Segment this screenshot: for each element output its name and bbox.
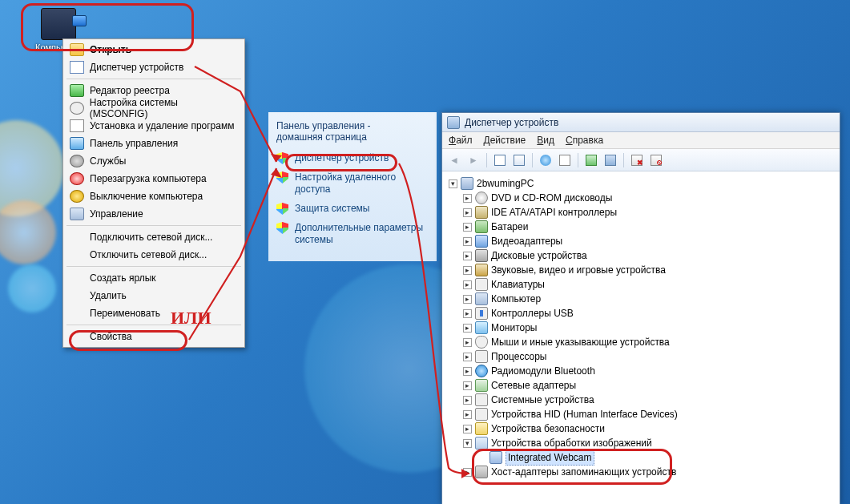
tree-category[interactable]: ▸Контроллеры USB [463,306,838,321]
tree-category[interactable]: ▸Мыши и иные указывающие устройства [463,335,838,349]
toolbar-uninstall-button[interactable]: ✖ [628,151,646,169]
toolbar-view-button[interactable] [510,151,528,169]
tree-category[interactable]: ▸Системные устройства [463,393,838,407]
tree-node-label: Системные устройства [491,393,594,407]
control-panel-link[interactable]: Дополнительные параметры системы [276,222,432,246]
context-menu-item[interactable]: Установка и удаление программ [65,117,243,135]
tree-expander[interactable]: ▸ [463,367,472,376]
context-menu-item[interactable]: Перезагрузка компьютера [65,170,243,187]
toolbar-scan-button[interactable] [602,151,619,169]
context-menu-item[interactable]: Управление [65,205,243,223]
tree-expander[interactable]: ▸ [463,280,472,289]
context-menu-item[interactable]: Панель управления [65,135,243,152]
context-menu-item[interactable]: Переименовать [65,304,243,322]
usb-icon [475,307,488,320]
tree-category[interactable]: ▸Устройства HID (Human Interface Devices… [463,407,838,421]
tree-expander[interactable]: ▸ [463,194,472,203]
tree-icon [70,61,84,74]
tree-root[interactable]: ▾2bwumingPC [449,176,838,191]
context-menu-item[interactable]: Диспетчер устройств [65,58,243,76]
tree-expander[interactable]: ▸ [463,252,472,260]
tree-category[interactable]: ▸Хост-адаптеры запоминающих устройств [463,465,838,479]
tree-expander[interactable]: ▸ [463,309,472,318]
control-panel-link[interactable]: Защита системы [276,203,432,215]
context-menu-item[interactable]: Открыть [65,41,243,58]
toolbar-help-button[interactable] [537,151,554,169]
tree-node-label: Батареи [491,220,528,234]
tree-expander[interactable]: ▸ [463,338,472,347]
tree-category[interactable]: ▸Компьютер [463,292,838,306]
toolbar-show-hidden-button[interactable] [491,151,509,169]
context-menu-item[interactable]: Подключить сетевой диск... [65,228,243,246]
tree-expander[interactable]: ▸ [463,353,472,361]
device-manager-titlebar[interactable]: Диспетчер устройств [442,113,840,132]
tree-expander[interactable]: ▸ [463,324,472,333]
tree-expander[interactable]: ▸ [463,223,472,232]
context-menu-item[interactable]: Свойства [65,328,243,345]
mouse-icon [475,336,488,349]
tree-category[interactable]: ▸Мониторы [463,321,838,335]
tree-expander[interactable]: ▸ [463,381,472,390]
toolbar-properties-button[interactable] [556,151,574,169]
tree-expander-placeholder [477,454,486,462]
toolbar-separator [623,153,624,167]
tree-node-label: DVD и CD-ROM дисководы [491,191,612,205]
context-menu-item[interactable]: Удалить [65,287,243,304]
tree-category[interactable]: ▸IDE ATA/ATAPI контроллеры [463,205,838,220]
tree-expander[interactable]: ▸ [463,410,472,419]
toolbar-back-button[interactable]: ◄ [445,151,463,169]
context-menu-separator [66,225,241,226]
control-panel-link-label: Дополнительные параметры системы [295,222,432,246]
folder-icon [70,43,84,56]
context-menu-item-label: Переименовать [90,308,160,319]
context-menu-item[interactable]: Службы [65,152,243,170]
context-menu-item-label: Свойства [90,331,132,342]
context-menu-item[interactable]: Создать ярлык [65,269,243,287]
tree-expander[interactable]: ▸ [463,208,472,217]
context-menu-item[interactable]: Отключить сетевой диск... [65,246,243,264]
tree-node-label: Процессоры [491,349,547,364]
tree-category[interactable]: ▸DVD и CD-ROM дисководы [463,191,838,205]
tree-category[interactable]: ▸Дисковые устройства [463,248,838,263]
tree-expander[interactable]: ▸ [463,295,472,304]
tree-category-imaging[interactable]: ▾Устройства обработки изображений [463,436,838,450]
tree-expander[interactable]: ▸ [463,468,472,477]
context-menu-item-label: Выключение компьютера [90,191,203,202]
tree-category[interactable]: ▸Процессоры [463,349,838,364]
tree-category[interactable]: ▸Клавиатуры [463,277,838,292]
tree-category[interactable]: ▸Видеоадаптеры [463,234,838,248]
toolbar-forward-button[interactable]: ► [465,151,482,169]
device-tree[interactable]: ▾2bwumingPC▸DVD и CD-ROM дисководы▸IDE A… [442,171,840,504]
tree-category[interactable]: ▸Батареи [463,220,838,234]
tree-category[interactable]: ▸Радиомодули Bluetooth [463,364,838,378]
tree-category[interactable]: ▸Сетевые адаптеры [463,378,838,393]
host-icon [475,466,488,478]
pc-icon [461,177,473,190]
tree-node-label: Контроллеры USB [491,306,574,321]
tree-category[interactable]: ▸Звуковые, видео и игровые устройства [463,263,838,277]
control-panel-link[interactable]: Настройка удаленного доступа [276,171,432,196]
toolbar-update-button[interactable] [582,151,600,169]
tree-expander[interactable]: ▸ [463,237,472,246]
control-panel-home-pane: Панель управления - домашняя страница Ди… [268,112,437,261]
menubar-item[interactable]: Файл [449,135,473,146]
tree-expander[interactable]: ▾ [449,179,457,188]
menubar-item[interactable]: Вид [537,135,554,146]
tree-expander[interactable]: ▾ [463,439,472,448]
context-menu-item[interactable]: Выключение компьютера [65,187,243,205]
context-menu-item[interactable]: Настройка системы (MSCONFIG) [65,99,243,117]
menubar-item[interactable]: Действие [484,135,526,146]
control-panel-link[interactable]: Диспетчер устройств [276,152,432,164]
tree-node-label: 2bwumingPC [477,176,534,191]
ide-icon [475,206,488,219]
tree-expander[interactable]: ▸ [463,266,472,275]
tree-device-webcam[interactable]: Integrated Webcam [477,450,838,465]
control-panel-link-label: Диспетчер устройств [295,152,389,164]
tree-expander[interactable]: ▸ [463,396,472,405]
tree-node-label: Радиомодули Bluetooth [491,364,595,378]
toolbar-disable-button[interactable]: 🛇 [647,151,665,169]
context-menu-item-label: Диспетчер устройств [90,62,183,73]
menubar-item[interactable]: Справка [566,135,603,146]
tree-category[interactable]: ▸Устройства безопасности [463,421,838,436]
tree-expander[interactable]: ▸ [463,425,472,433]
